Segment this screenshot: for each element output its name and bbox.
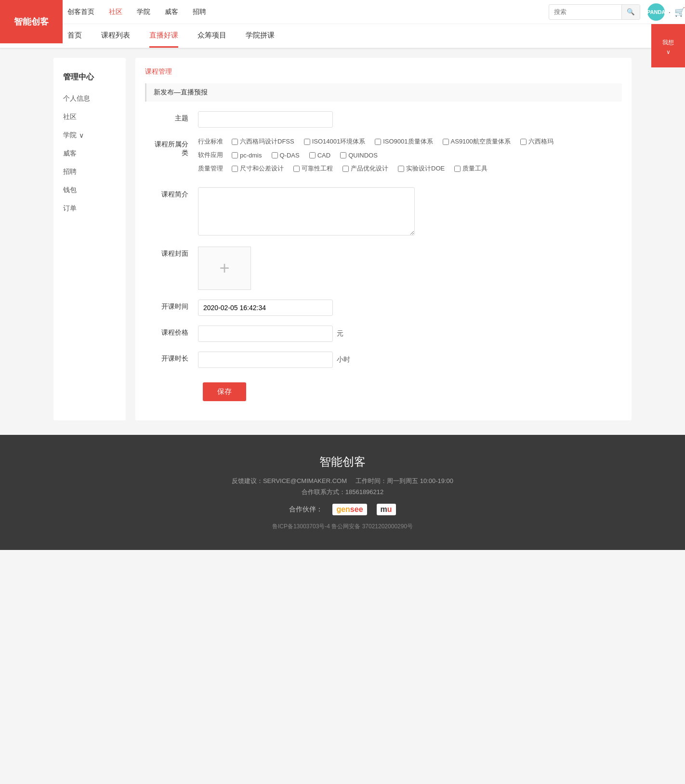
cb-dfss-input[interactable] xyxy=(232,139,238,145)
duration-unit: 小时 xyxy=(337,355,350,364)
sidebar-item-community[interactable]: 社区 xyxy=(53,108,126,126)
user-area: PANDA · 🛒 xyxy=(647,3,685,21)
sidebar-item-order[interactable]: 订单 xyxy=(53,199,126,218)
tab-live[interactable]: 直播好课 xyxy=(149,24,178,48)
time-input[interactable] xyxy=(198,300,333,316)
subject-row: 主题 xyxy=(145,111,622,128)
breadcrumb: 课程管理 xyxy=(145,67,622,76)
woxiang-button[interactable]: 我想 ∨ xyxy=(651,24,685,67)
main-content: 课程管理 新发布—直播预报 主题 课程所属分类 行业标准 六西格玛设计DFSS xyxy=(135,58,632,420)
cb-reliability-input[interactable] xyxy=(293,166,300,172)
time-label: 开课时间 xyxy=(150,300,198,311)
tab-crowdfund[interactable]: 众筹项目 xyxy=(198,24,226,48)
tab-course-list[interactable]: 课程列表 xyxy=(101,24,130,48)
category-row: 课程所属分类 行业标准 六西格玛设计DFSS ISO14001环境体系 xyxy=(145,137,622,178)
plus-icon: + xyxy=(219,258,229,278)
cb-cad[interactable]: CAD xyxy=(309,152,330,159)
nav-xueyuan[interactable]: 学院 xyxy=(137,8,150,16)
intro-row: 课程简介 xyxy=(145,187,622,237)
upload-box[interactable]: + xyxy=(198,247,251,290)
cb-quindos-input[interactable] xyxy=(340,152,346,158)
cb-pcdmis-input[interactable] xyxy=(232,152,238,158)
separator: · xyxy=(669,8,671,16)
cb-quality-tools[interactable]: 质量工具 xyxy=(454,164,487,173)
intro-textarea[interactable] xyxy=(198,187,415,235)
nav-chuangke[interactable]: 创客首页 xyxy=(67,8,94,16)
quality-label: 质量管理 xyxy=(198,164,232,173)
cb-sixsigma[interactable]: 六西格玛 xyxy=(520,137,553,146)
sidebar-item-wallet[interactable]: 钱包 xyxy=(53,181,126,199)
cb-cad-input[interactable] xyxy=(309,152,316,158)
cover-row: 课程封面 + xyxy=(145,247,622,290)
price-input[interactable] xyxy=(198,326,333,342)
category-section: 行业标准 六西格玛设计DFSS ISO14001环境体系 ISO9001质 xyxy=(198,137,617,178)
logo-text: 智能创客 xyxy=(14,16,49,27)
footer: 智能创客 反馈建议：SERVICE@CMIMAKER.COM 工作时间：周一到周… xyxy=(0,435,685,550)
cb-pcdmis[interactable]: pc-dmis xyxy=(232,152,262,159)
cb-doe-input[interactable] xyxy=(398,166,404,172)
industry-row: 行业标准 六西格玛设计DFSS ISO14001环境体系 ISO9001质 xyxy=(198,137,617,146)
cb-iso14001[interactable]: ISO14001环境体系 xyxy=(304,137,366,146)
sidebar-item-weike[interactable]: 威客 xyxy=(53,144,126,163)
subject-input[interactable] xyxy=(198,111,333,128)
partner-label: 合作伙伴： xyxy=(289,505,323,514)
section-title: 新发布—直播预报 xyxy=(145,83,622,102)
duration-input[interactable] xyxy=(198,352,333,368)
cb-doe[interactable]: 实验设计DOE xyxy=(398,164,445,173)
search-input[interactable] xyxy=(549,8,621,15)
intro-label: 课程简介 xyxy=(150,187,198,199)
search-box: 🔍 xyxy=(549,4,640,20)
cover-control: + xyxy=(198,247,617,290)
cb-iso14001-input[interactable] xyxy=(304,139,310,145)
cb-product-opt[interactable]: 产品优化设计 xyxy=(342,164,388,173)
cb-iso9001[interactable]: ISO9001质量体系 xyxy=(375,137,433,146)
cb-qdas[interactable]: Q-DAS xyxy=(272,152,300,159)
save-button[interactable]: 保存 xyxy=(203,382,246,401)
sidebar-item-zhaopin[interactable]: 招聘 xyxy=(53,163,126,181)
subject-control xyxy=(198,111,617,128)
nav-zhaopin[interactable]: 招聘 xyxy=(193,8,206,16)
chevron-down-icon: ∨ xyxy=(666,49,671,55)
cb-as9100-input[interactable] xyxy=(443,139,449,145)
cb-tolerance[interactable]: 尺寸和公差设计 xyxy=(232,164,284,173)
sidebar-title: 管理中心 xyxy=(53,67,126,90)
sidebar-item-personal[interactable]: 个人信息 xyxy=(53,90,126,108)
partner-mu: mu xyxy=(377,504,396,515)
cb-tolerance-input[interactable] xyxy=(232,166,238,172)
second-nav: 首页 课程列表 直播好课 众筹项目 学院拼课 xyxy=(67,24,294,48)
sidebar-item-college[interactable]: 学院 ∨ xyxy=(53,126,126,144)
footer-title: 智能创客 xyxy=(10,454,675,470)
price-unit: 元 xyxy=(337,329,343,338)
cb-iso9001-input[interactable] xyxy=(375,139,381,145)
cb-as9100[interactable]: AS9100航空质量体系 xyxy=(443,137,511,146)
cb-dfss[interactable]: 六西格玛设计DFSS xyxy=(232,137,294,146)
cb-reliability[interactable]: 可靠性工程 xyxy=(293,164,333,173)
price-control: 元 xyxy=(198,326,617,342)
cb-quality-tools-input[interactable] xyxy=(454,166,461,172)
software-row: 软件应用 pc-dmis Q-DAS CAD xyxy=(198,151,617,159)
subject-label: 主题 xyxy=(150,111,198,123)
cb-qdas-input[interactable] xyxy=(272,152,278,158)
cb-product-opt-input[interactable] xyxy=(342,166,349,172)
tab-college[interactable]: 学院拼课 xyxy=(246,24,275,48)
cb-quindos[interactable]: QUINDOS xyxy=(340,152,378,159)
category-label: 课程所属分类 xyxy=(150,137,198,157)
cb-sixsigma-input[interactable] xyxy=(520,139,527,145)
footer-partners: 合作伙伴： gensee mu xyxy=(10,504,675,515)
avatar[interactable]: PANDA xyxy=(647,3,665,21)
logo[interactable]: 智能创客 xyxy=(0,0,63,43)
footer-icp: 鲁ICP备13003703号-4 鲁公网安备 37021202000290号 xyxy=(10,523,675,531)
industry-label: 行业标准 xyxy=(198,137,232,146)
duration-control: 小时 xyxy=(198,352,617,368)
search-button[interactable]: 🔍 xyxy=(621,5,640,19)
nav-shequ[interactable]: 社区 xyxy=(109,8,122,16)
cart-icon[interactable]: 🛒 xyxy=(674,7,685,17)
partner-gensee: gensee xyxy=(332,504,367,515)
price-row: 课程价格 元 xyxy=(145,326,622,342)
quality-row: 质量管理 尺寸和公差设计 可靠性工程 产品优化设计 xyxy=(198,164,617,173)
header-upper: 创客首页 社区 学院 威客 招聘 🔍 PANDA · 🛒 xyxy=(0,0,685,24)
footer-feedback: 反馈建议：SERVICE@CMIMAKER.COM 工作时间：周一到周五 10:… xyxy=(10,477,675,485)
industry-checkboxes: 六西格玛设计DFSS ISO14001环境体系 ISO9001质量体系 xyxy=(232,137,553,146)
nav-weike[interactable]: 威客 xyxy=(165,8,178,16)
tab-home[interactable]: 首页 xyxy=(67,24,82,48)
